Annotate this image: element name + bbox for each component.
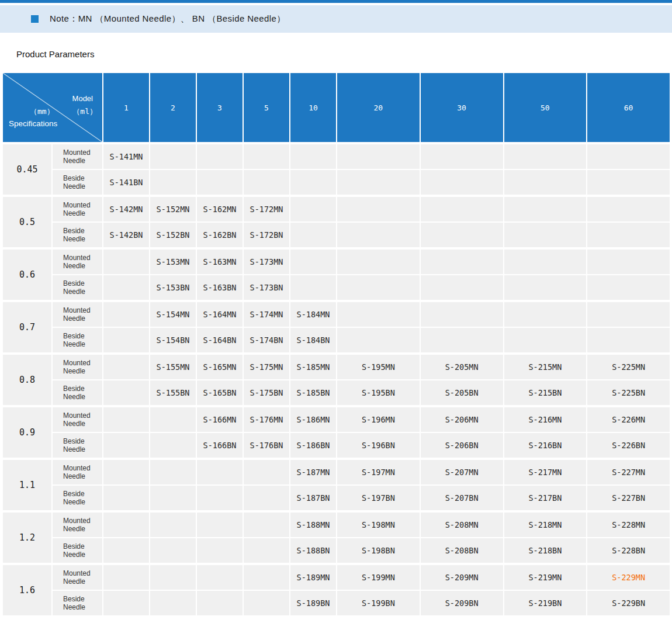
needle-type-text: Beside Needle: [63, 490, 97, 507]
model-cell[interactable]: S-195MN: [337, 355, 420, 379]
empty-cell: [150, 486, 196, 510]
model-cell[interactable]: S-198BN: [337, 538, 420, 563]
model-cell[interactable]: S-196BN: [337, 433, 420, 458]
model-cell[interactable]: S-216MN: [504, 407, 587, 432]
empty-cell: [103, 302, 149, 327]
needle-type-label: Beside Needle: [53, 328, 102, 352]
needle-type-label: Mounted Needle: [53, 250, 102, 274]
model-cell[interactable]: S-226MN: [587, 407, 670, 432]
model-cell[interactable]: S-229BN: [587, 591, 670, 615]
model-cell[interactable]: S-164MN: [197, 302, 243, 327]
model-cell[interactable]: S-165BN: [197, 380, 243, 405]
model-cell[interactable]: S-205MN: [421, 355, 503, 379]
model-cell[interactable]: S-162BN: [197, 223, 243, 247]
model-cell[interactable]: S-187BN: [290, 486, 336, 510]
model-cell[interactable]: S-217MN: [504, 460, 587, 484]
model-cell[interactable]: S-187MN: [290, 460, 336, 484]
model-cell[interactable]: S-164BN: [197, 328, 243, 352]
model-cell[interactable]: S-197MN: [337, 460, 420, 484]
model-cell-highlighted[interactable]: S-229MN: [587, 565, 670, 590]
model-cell[interactable]: S-184MN: [290, 302, 336, 327]
empty-cell: [421, 170, 503, 195]
model-cell[interactable]: S-153MN: [150, 250, 196, 274]
model-cell[interactable]: S-199MN: [337, 565, 420, 590]
empty-cell: [197, 513, 243, 537]
model-cell[interactable]: S-173MN: [244, 250, 289, 274]
empty-cell: [337, 328, 420, 352]
model-cell[interactable]: S-198MN: [337, 513, 420, 537]
model-cell[interactable]: S-208MN: [421, 513, 503, 537]
model-cell[interactable]: S-155BN: [150, 380, 196, 405]
model-cell[interactable]: S-172MN: [244, 197, 289, 221]
needle-type-label: Mounted Needle: [53, 460, 102, 484]
model-cell[interactable]: S-226BN: [587, 433, 670, 458]
model-cell[interactable]: S-216BN: [504, 433, 587, 458]
model-cell[interactable]: S-188BN: [290, 538, 336, 563]
model-cell[interactable]: S-218BN: [504, 538, 587, 563]
needle-type-label: Beside Needle: [53, 591, 102, 615]
model-cell[interactable]: S-196MN: [337, 407, 420, 432]
model-cell[interactable]: S-207MN: [421, 460, 503, 484]
empty-cell: [103, 591, 149, 615]
model-cell[interactable]: S-188MN: [290, 513, 336, 537]
model-cell[interactable]: S-206BN: [421, 433, 503, 458]
model-cell[interactable]: S-141MN: [103, 144, 149, 169]
model-cell[interactable]: S-176MN: [244, 407, 289, 432]
model-cell[interactable]: S-142BN: [103, 223, 149, 247]
model-cell[interactable]: S-175MN: [244, 355, 289, 379]
model-cell[interactable]: S-154BN: [150, 328, 196, 352]
model-cell[interactable]: S-225MN: [587, 355, 670, 379]
empty-cell: [587, 170, 670, 195]
model-cell[interactable]: S-197BN: [337, 486, 420, 510]
model-cell[interactable]: S-173BN: [244, 275, 289, 300]
spec-group: 1.6Mounted NeedleS-189MNS-199MNS-209MNS-…: [3, 565, 670, 615]
model-cell[interactable]: S-215BN: [504, 380, 587, 405]
model-cell[interactable]: S-166BN: [197, 433, 243, 458]
model-cell[interactable]: S-219BN: [504, 591, 587, 615]
model-cell[interactable]: S-186MN: [290, 407, 336, 432]
needle-type-label: Beside Needle: [53, 380, 102, 405]
model-cell[interactable]: S-184BN: [290, 328, 336, 352]
model-cell[interactable]: S-154MN: [150, 302, 196, 327]
model-cell[interactable]: S-155MN: [150, 355, 196, 379]
model-cell[interactable]: S-176BN: [244, 433, 289, 458]
model-cell[interactable]: S-227MN: [587, 460, 670, 484]
model-cell[interactable]: S-141BN: [103, 170, 149, 195]
model-cell[interactable]: S-195BN: [337, 380, 420, 405]
model-cell[interactable]: S-166MN: [197, 407, 243, 432]
model-cell[interactable]: S-185BN: [290, 380, 336, 405]
model-cell[interactable]: S-153BN: [150, 275, 196, 300]
model-cell[interactable]: S-227BN: [587, 486, 670, 510]
model-cell[interactable]: S-205BN: [421, 380, 503, 405]
model-cell[interactable]: S-163MN: [197, 250, 243, 274]
column-header: 2: [150, 73, 196, 142]
model-cell[interactable]: S-209MN: [421, 565, 503, 590]
model-cell[interactable]: S-175BN: [244, 380, 289, 405]
model-cell[interactable]: S-189BN: [290, 591, 336, 615]
model-cell[interactable]: S-185MN: [290, 355, 336, 379]
empty-cell: [587, 250, 670, 274]
model-cell[interactable]: S-225BN: [587, 380, 670, 405]
model-cell[interactable]: S-163BN: [197, 275, 243, 300]
model-cell[interactable]: S-217BN: [504, 486, 587, 510]
model-cell[interactable]: S-219MN: [504, 565, 587, 590]
model-cell[interactable]: S-218MN: [504, 513, 587, 537]
model-cell[interactable]: S-199BN: [337, 591, 420, 615]
model-cell[interactable]: S-189MN: [290, 565, 336, 590]
model-cell[interactable]: S-228BN: [587, 538, 670, 563]
model-cell[interactable]: S-207BN: [421, 486, 503, 510]
model-cell[interactable]: S-142MN: [103, 197, 149, 221]
model-cell[interactable]: S-206MN: [421, 407, 503, 432]
model-cell[interactable]: S-208BN: [421, 538, 503, 563]
model-cell[interactable]: S-152BN: [150, 223, 196, 247]
model-cell[interactable]: S-162MN: [197, 197, 243, 221]
model-cell[interactable]: S-165MN: [197, 355, 243, 379]
model-cell[interactable]: S-186BN: [290, 433, 336, 458]
model-cell[interactable]: S-228MN: [587, 513, 670, 537]
model-cell[interactable]: S-209BN: [421, 591, 503, 615]
model-cell[interactable]: S-215MN: [504, 355, 587, 379]
model-cell[interactable]: S-172BN: [244, 223, 289, 247]
model-cell[interactable]: S-174BN: [244, 328, 289, 352]
model-cell[interactable]: S-174MN: [244, 302, 289, 327]
model-cell[interactable]: S-152MN: [150, 197, 196, 221]
